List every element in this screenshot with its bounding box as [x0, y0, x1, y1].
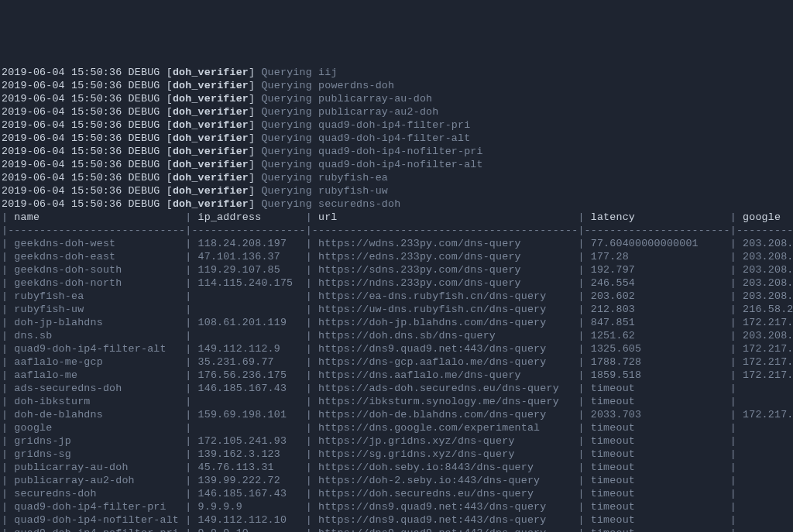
table-cell: 159.69.198.101: [191, 409, 305, 420]
bracket-open: [: [166, 185, 173, 197]
table-cell: https://doh-2.seby.io:443/dns-query: [312, 475, 578, 486]
table-header-cell: url: [312, 211, 578, 223]
table-cell: https://doh.dns.sb/dns-query: [312, 330, 578, 342]
table-row: | rubyfish-uw | | https://uw-dns.rubyfis…: [2, 303, 791, 316]
table-cell: [736, 396, 793, 407]
table-cell: 1325.605: [585, 343, 730, 355]
table-header-cell: google: [736, 211, 793, 223]
table-cell: [736, 422, 793, 434]
column-separator: |: [2, 422, 8, 434]
table-cell: https://dns.aaflalo.me/dns-query: [312, 369, 578, 381]
bracket-open: [: [166, 119, 173, 131]
table-cell: geekdns-doh-east: [8, 251, 185, 263]
column-separator: |: [730, 422, 736, 434]
log-message: Querying securedns-doh: [261, 198, 400, 210]
table-cell: 1788.728: [585, 356, 730, 368]
table-cell: 1859.518: [585, 369, 730, 381]
column-separator: |: [306, 264, 312, 276]
column-separator: |: [2, 383, 8, 394]
table-cell: geekdns-doh-north: [8, 277, 185, 289]
column-separator: |: [2, 290, 8, 302]
column-separator: |: [730, 356, 736, 368]
table-header: | name | ip_address | url | latency | go…: [2, 211, 791, 224]
table-cell: [736, 501, 793, 513]
table-cell: aaflalo-me-gcp: [8, 356, 185, 368]
table-cell: 146.185.167.43: [191, 488, 305, 499]
table-cell: 47.101.136.37: [191, 251, 305, 263]
column-separator: |: [730, 514, 736, 526]
column-separator: |: [306, 448, 312, 460]
bracket-open: [: [166, 172, 173, 184]
separator-cell: ------------------: [191, 225, 305, 236]
column-separator: |: [578, 211, 584, 223]
separator-cell: ----------------------------------------…: [312, 225, 578, 236]
column-separator: |: [2, 462, 8, 473]
table-cell: https://uw-dns.rubyfish.cn/dns-query: [312, 304, 578, 315]
column-separator: |: [730, 462, 736, 473]
table-cell: 203.208.40.65(CN): [736, 290, 793, 302]
table-cell: https://dns9.quad9.net:443/dns-query: [312, 527, 578, 532]
log-level: DEBUG: [129, 198, 160, 210]
table-row: | publicarray-au2-doh | 139.99.222.72 | …: [2, 474, 791, 487]
column-separator: |: [730, 251, 736, 263]
column-separator: |: [2, 238, 8, 249]
log-timestamp: 2019-06-04 15:50:36: [2, 67, 122, 78]
log-level: DEBUG: [129, 93, 160, 105]
table-cell: https://doh-jp.blahdns.com/dns-query: [312, 317, 578, 328]
log-module: doh_verifier: [173, 146, 249, 157]
separator-cell: ----------------------------: [8, 225, 185, 236]
bracket-close: ]: [249, 172, 255, 184]
table-row: | gridns-sg | 139.162.3.123 | https://sg…: [2, 448, 791, 461]
log-timestamp: 2019-06-04 15:50:36: [2, 159, 122, 170]
table-cell: rubyfish-uw: [8, 304, 185, 315]
column-separator: |: [578, 264, 584, 276]
column-separator: |: [306, 225, 312, 236]
table-cell: [736, 462, 793, 473]
table-row: | aaflalo-me-gcp | 35.231.69.77 | https:…: [2, 355, 791, 369]
column-separator: |: [730, 211, 736, 223]
bracket-open: [: [166, 93, 173, 105]
column-separator: |: [578, 501, 584, 513]
table-row: | securedns-doh | 146.185.167.43 | https…: [2, 487, 791, 500]
column-separator: |: [306, 396, 312, 407]
terminal-output: 2019-06-04 15:50:36 DEBUG [doh_verifier]…: [0, 66, 793, 532]
table-cell: https://doh.seby.io:8443/dns-query: [312, 462, 578, 473]
table-cell: timeout: [585, 514, 730, 526]
table-cell: 146.185.167.43: [191, 383, 305, 394]
table-cell: https://ads-doh.securedns.eu/dns-query: [312, 383, 578, 394]
column-separator: |: [306, 356, 312, 368]
table-cell: 192.797: [585, 264, 730, 276]
table-cell: https://dns9.quad9.net:443/dns-query: [312, 501, 578, 513]
log-module: doh_verifier: [173, 106, 249, 118]
table-row: | doh-de-blahdns | 159.69.198.101 | http…: [2, 408, 791, 421]
column-separator: |: [578, 343, 584, 355]
column-separator: |: [730, 317, 736, 328]
table-row: | geekdns-doh-south | 119.29.107.85 | ht…: [2, 263, 791, 276]
table-cell: quad9-doh-ip4-nofilter-pri: [8, 527, 185, 532]
table-cell: 203.208.40.104(CN): [736, 277, 793, 289]
table-cell: 172.217.6.206(US): [736, 356, 793, 368]
bracket-close: ]: [249, 159, 255, 170]
column-separator: |: [306, 501, 312, 513]
column-separator: |: [730, 383, 736, 394]
column-separator: |: [2, 514, 8, 526]
table-cell: 212.803: [585, 304, 730, 315]
column-separator: |: [578, 527, 584, 532]
log-line: 2019-06-04 15:50:36 DEBUG [doh_verifier]…: [2, 66, 791, 79]
column-separator: |: [306, 369, 312, 381]
column-separator: |: [578, 448, 584, 460]
column-separator: |: [730, 475, 736, 486]
table-cell: 246.554: [585, 277, 730, 289]
log-timestamp: 2019-06-04 15:50:36: [2, 106, 122, 118]
column-separator: |: [730, 290, 736, 302]
log-message: Querying publicarray-au2-doh: [261, 106, 438, 118]
log-module: doh_verifier: [173, 93, 249, 105]
log-timestamp: 2019-06-04 15:50:36: [2, 146, 122, 157]
column-separator: |: [578, 383, 584, 394]
log-line: 2019-06-04 15:50:36 DEBUG [doh_verifier]…: [2, 92, 791, 105]
table-cell: geekdns-doh-south: [8, 264, 185, 276]
separator-cell: -----------------------: [736, 225, 793, 236]
log-module: doh_verifier: [173, 185, 249, 197]
column-separator: |: [578, 238, 584, 249]
table-cell: timeout: [585, 422, 730, 434]
